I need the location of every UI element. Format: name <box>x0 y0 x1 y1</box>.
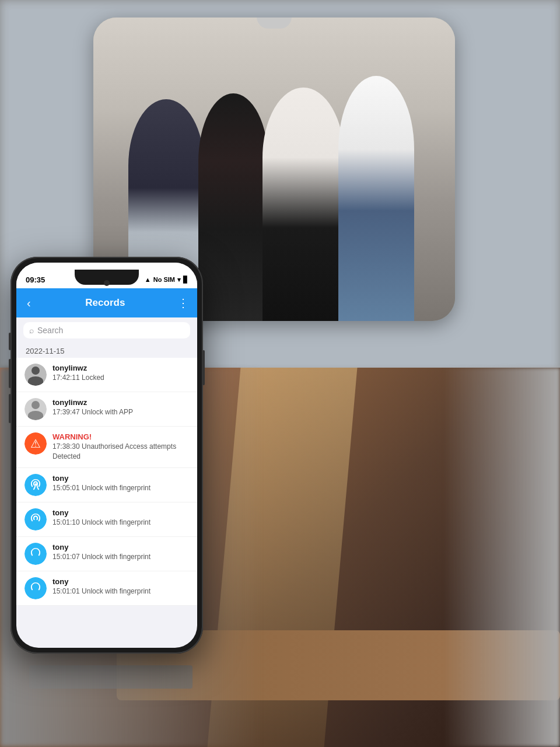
phone-mockup: 09:35 ▲ No SIM ▾ ▊ ‹ Records ⋮ ⌕ Search … <box>10 257 203 654</box>
warning-avatar: ⚠ <box>24 432 47 455</box>
fingerprint-avatar <box>24 543 47 565</box>
search-icon: ⌕ <box>29 326 34 335</box>
record-detail: 17:39:47 Unlock with APP <box>52 407 189 417</box>
avatar <box>24 398 47 420</box>
date-header: 2022-11-15 <box>16 343 197 358</box>
mute-button <box>9 333 11 350</box>
back-button[interactable]: ‹ <box>24 294 33 312</box>
nav-title: Records <box>38 297 173 309</box>
record-item[interactable]: tony 15:01:01 Unlock with fingerprint <box>16 571 197 606</box>
signal-icon: ▲ <box>145 276 151 283</box>
record-content: tony 15:05:01 Unlock with fingerprint <box>52 474 189 493</box>
status-icons: ▲ No SIM ▾ ▊ <box>145 276 188 284</box>
camera-dot <box>104 280 110 286</box>
record-name: tony <box>52 577 189 586</box>
record-content: WARNING! 17:38:30 Unauthorised Access at… <box>52 432 189 462</box>
volume-up-button <box>9 359 11 388</box>
avatar <box>24 508 47 530</box>
person-avatar-light <box>24 398 47 420</box>
record-item[interactable]: ⚠ WARNING! 17:38:30 Unauthorised Access … <box>16 427 197 468</box>
wifi-icon: ▾ <box>177 276 181 284</box>
fingerprint-avatar <box>24 577 47 599</box>
record-content: tony 15:01:01 Unlock with fingerprint <box>52 577 189 596</box>
fingerprint-avatar <box>24 474 47 496</box>
record-detail: 17:38:30 Unauthorised Access attempts De… <box>52 442 189 462</box>
power-button <box>202 350 205 385</box>
record-content: tony 15:01:07 Unlock with fingerprint <box>52 543 189 562</box>
fingerprint-avatar <box>24 508 47 530</box>
record-detail: 15:01:01 Unlock with fingerprint <box>52 587 189 596</box>
record-detail: 15:05:01 Unlock with fingerprint <box>52 483 189 493</box>
battery-icon: ▊ <box>183 276 188 284</box>
phone-notch <box>75 270 139 285</box>
record-list: tonylinwz 17:42:11 Locked tonylinwz 17:3… <box>16 358 197 606</box>
carrier-label: No SIM <box>153 276 175 283</box>
record-item[interactable]: tony 15:01:10 Unlock with fingerprint <box>16 502 197 537</box>
record-name: tonylinwz <box>52 364 189 372</box>
record-detail: 15:01:07 Unlock with fingerprint <box>52 552 189 562</box>
record-item[interactable]: tony 15:05:01 Unlock with fingerprint <box>16 468 197 502</box>
record-detail: 15:01:10 Unlock with fingerprint <box>52 518 189 528</box>
record-content: tonylinwz 17:42:11 Locked <box>52 364 189 383</box>
record-item[interactable]: tonylinwz 17:39:47 Unlock with APP <box>16 392 197 427</box>
volume-down-button <box>9 394 11 423</box>
avatar: ⚠ <box>24 432 47 455</box>
figure-2 <box>198 93 268 321</box>
search-bar: ⌕ Search <box>16 317 197 343</box>
record-warning-name: WARNING! <box>52 432 189 441</box>
avatar <box>24 364 47 386</box>
avatar <box>24 543 47 565</box>
avatar <box>24 577 47 599</box>
record-content: tony 15:01:10 Unlock with fingerprint <box>52 508 189 528</box>
figure-4 <box>338 76 414 321</box>
nav-bar: ‹ Records ⋮ <box>16 288 197 317</box>
phone-screen: 09:35 ▲ No SIM ▾ ▊ ‹ Records ⋮ ⌕ Search … <box>16 263 197 648</box>
status-time: 09:35 <box>26 275 45 284</box>
person-avatar-dark <box>24 364 47 386</box>
record-item[interactable]: tony 15:01:07 Unlock with fingerprint <box>16 537 197 571</box>
record-name: tony <box>52 474 189 483</box>
menu-button[interactable]: ⋮ <box>177 296 189 310</box>
date-label: 2022-11-15 <box>26 347 65 355</box>
record-content: tonylinwz 17:39:47 Unlock with APP <box>52 398 189 417</box>
search-placeholder: Search <box>37 326 63 335</box>
avatar <box>24 474 47 496</box>
record-item[interactable]: tonylinwz 17:42:11 Locked <box>16 358 197 392</box>
record-detail: 17:42:11 Locked <box>52 373 189 383</box>
record-name: tonylinwz <box>52 398 189 407</box>
record-name: tony <box>52 543 189 551</box>
search-input-wrap[interactable]: ⌕ Search <box>23 322 190 338</box>
blur-right <box>443 368 560 747</box>
figure-3 <box>262 88 344 321</box>
record-name: tony <box>52 508 189 517</box>
